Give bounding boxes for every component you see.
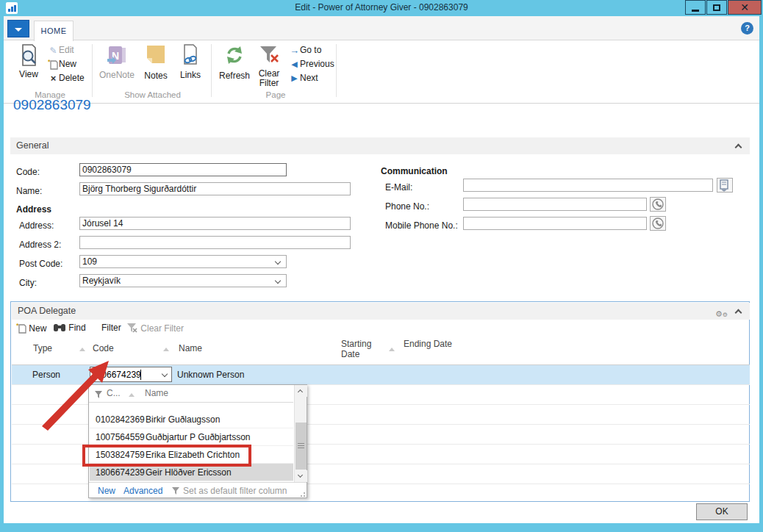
- scrollbar[interactable]: [294, 385, 307, 482]
- pencil-icon: ✎: [48, 46, 59, 56]
- column-header-starting-date[interactable]: Starting Date: [341, 339, 379, 359]
- annotation-arrow: [32, 355, 120, 439]
- ribbon: View ✎Edit * New ×Delete Manage: [4, 40, 759, 104]
- row-name-cell: Unknown Person: [177, 370, 244, 380]
- previous-icon: ◀: [289, 60, 300, 69]
- refresh-icon: [217, 45, 252, 70]
- goto-button[interactable]: →Go to: [289, 45, 321, 58]
- chevron-down-icon[interactable]: [162, 371, 168, 377]
- maximize-icon: [713, 4, 720, 11]
- next-icon: ▶: [289, 73, 300, 83]
- list-item[interactable]: 0102842369 Birkir Guðlaugsson: [90, 411, 293, 428]
- new-document-icon: *: [16, 323, 26, 334]
- code-input[interactable]: [79, 163, 287, 176]
- resize-grip[interactable]: [300, 492, 305, 497]
- name-label: Name:: [16, 186, 42, 196]
- sort-ascending-icon: [79, 348, 85, 351]
- poa-clear-filter-button[interactable]: Clear Filter: [126, 323, 184, 334]
- phone-input[interactable]: [463, 198, 647, 211]
- group-label-page: Page: [217, 90, 334, 99]
- new-button[interactable]: * New: [48, 59, 76, 72]
- table-row[interactable]: Person Unknown Person: [12, 365, 750, 384]
- collapse-chevron-icon[interactable]: [735, 309, 742, 317]
- new-document-icon: *: [48, 59, 59, 70]
- dropdown-advanced-link[interactable]: Advanced: [123, 483, 162, 499]
- scroll-up-button[interactable]: [295, 385, 307, 397]
- address-input[interactable]: [79, 217, 351, 230]
- refresh-button[interactable]: Refresh: [217, 43, 252, 81]
- dropdown-footer: New Advanced Set as default filter colum…: [89, 482, 307, 498]
- next-button[interactable]: ▶Next: [289, 73, 318, 86]
- dial-mobile-button[interactable]: [650, 216, 666, 231]
- dropdown-name-column[interactable]: Name: [145, 388, 168, 398]
- onenote-icon: N: [98, 44, 136, 69]
- onenote-button[interactable]: N OneNote: [98, 43, 136, 80]
- email-input[interactable]: [463, 179, 713, 192]
- poa-find-button[interactable]: Find: [53, 323, 86, 333]
- ribbon-separator: [92, 44, 93, 97]
- poa-new-button[interactable]: * New: [16, 323, 46, 334]
- delete-button[interactable]: ×Delete: [48, 73, 85, 86]
- maximize-button[interactable]: [706, 0, 727, 15]
- chevron-down-icon: [298, 472, 303, 478]
- ribbon-separator: [336, 44, 337, 97]
- clear-filter-icon: [254, 45, 284, 68]
- phone-label: Phone No.:: [385, 201, 429, 212]
- view-button[interactable]: View: [12, 43, 45, 79]
- delete-x-icon: ×: [48, 73, 59, 84]
- notes-button[interactable]: Notes: [140, 43, 171, 81]
- close-button[interactable]: ✕: [728, 0, 762, 15]
- email-label: E-Mail:: [385, 182, 412, 193]
- code-label: Code:: [16, 167, 40, 177]
- ok-button[interactable]: OK: [696, 503, 748, 520]
- collapse-chevron-icon[interactable]: [735, 144, 742, 151]
- general-section-header[interactable]: General: [10, 137, 750, 154]
- mobile-input[interactable]: [463, 217, 647, 230]
- links-button[interactable]: Links: [176, 43, 205, 80]
- help-button[interactable]: ?: [741, 22, 753, 35]
- name-input[interactable]: [79, 182, 351, 195]
- city-combo[interactable]: [79, 274, 287, 287]
- svg-text:*: *: [48, 59, 51, 65]
- column-header-code[interactable]: Code: [93, 343, 114, 353]
- minimize-button[interactable]: [685, 0, 706, 15]
- sort-ascending-icon: [163, 348, 169, 351]
- address2-label: Address 2:: [19, 240, 61, 250]
- clear-filter-button[interactable]: Clear Filter: [254, 43, 284, 88]
- address-label: Address:: [19, 220, 54, 231]
- application-window: Edit - Power of Attorney Giver - 0902863…: [0, 0, 763, 532]
- tab-home[interactable]: HOME: [34, 21, 74, 41]
- code-lookup-dropdown: C... Name 0102842369 Birkir Guðlaugsson …: [88, 384, 307, 498]
- chevron-down-icon: [15, 28, 22, 32]
- previous-button[interactable]: ◀Previous: [289, 59, 334, 72]
- send-email-button[interactable]: [717, 178, 733, 193]
- annotation-highlight-rectangle: [82, 445, 251, 467]
- text-cursor: [140, 370, 141, 380]
- postcode-combo[interactable]: [79, 255, 287, 268]
- scroll-down-button[interactable]: [295, 470, 307, 482]
- gears-settings-icon[interactable]: ⚙⚙: [715, 306, 728, 323]
- phone-icon: [651, 217, 665, 230]
- column-header-name[interactable]: Name: [179, 343, 202, 353]
- sticky-note-icon: [140, 45, 171, 70]
- title-bar: Edit - Power of Attorney Giver - 0902863…: [0, 0, 763, 16]
- scrollbar-thumb[interactable]: [295, 423, 307, 470]
- poa-filter-button[interactable]: Filter: [101, 323, 121, 333]
- address-group-label: Address: [16, 204, 51, 215]
- column-header-ending-date[interactable]: Ending Date: [404, 339, 452, 349]
- send-email-icon: [717, 179, 732, 192]
- poa-section-header[interactable]: POA Delegate ⚙⚙: [12, 303, 750, 320]
- edit-button[interactable]: ✎Edit: [48, 45, 74, 58]
- list-item[interactable]: 1007564559 Guðbjartur P Guðbjartsson: [90, 428, 293, 446]
- svg-text:*: *: [16, 323, 19, 329]
- set-default-filter-option[interactable]: Set as default filter column: [183, 483, 287, 499]
- view-document-icon: [12, 43, 45, 68]
- postcode-label: Post Code:: [19, 259, 62, 269]
- application-menu-button[interactable]: [7, 20, 29, 37]
- ribbon-tab-strip: HOME ?: [4, 16, 759, 40]
- dropdown-new-link[interactable]: New: [98, 483, 115, 499]
- column-header-type[interactable]: Type: [33, 343, 52, 353]
- binoculars-icon: [53, 323, 66, 332]
- dial-phone-button[interactable]: [650, 197, 666, 212]
- address2-input[interactable]: [79, 236, 351, 249]
